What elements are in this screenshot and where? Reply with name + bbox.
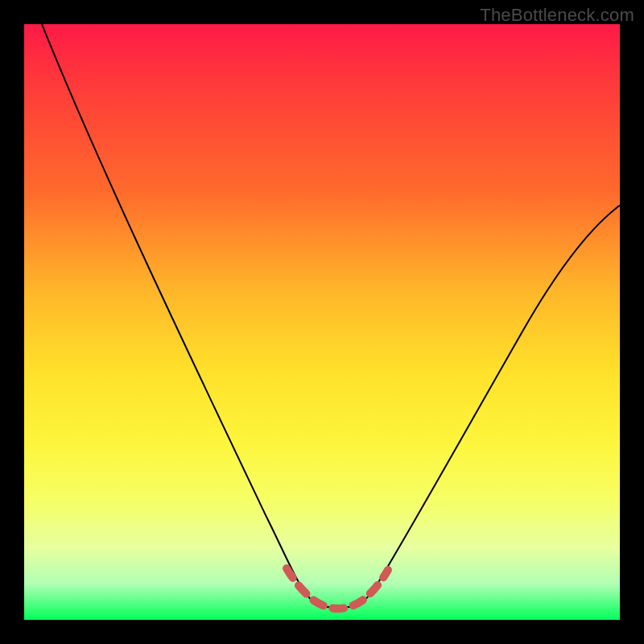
watermark-text: TheBottleneck.com — [480, 5, 634, 26]
plot-area — [24, 24, 620, 620]
curve-layer — [24, 24, 620, 620]
bottleneck-curve — [42, 24, 620, 607]
chart-frame: TheBottleneck.com — [0, 0, 644, 644]
valley-highlight — [287, 568, 388, 609]
